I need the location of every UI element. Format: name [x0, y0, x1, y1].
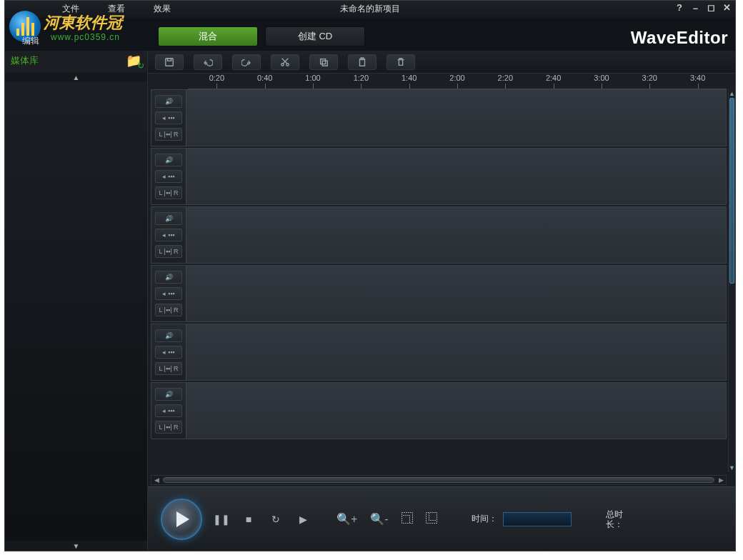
track-lane[interactable]: [186, 149, 726, 204]
scroll-left-icon[interactable]: ◀: [151, 476, 161, 484]
svg-rect-0: [166, 58, 174, 66]
track-lane[interactable]: [186, 207, 726, 263]
pan-chip[interactable]: L |▪▪| R: [155, 362, 182, 375]
main-area: 0:200:401:001:201:402:002:202:403:003:20…: [148, 51, 735, 551]
track-header: 🔊◂ ▪▪▪L |▪▪| R: [151, 207, 186, 263]
sidebar-scroll-up[interactable]: ▲: [5, 72, 147, 82]
logo-url: www.pc0359.cn: [51, 32, 120, 42]
menu-effects[interactable]: 效果: [154, 3, 171, 15]
sidebar: 媒体库 📁 ↻ ▲ ▼: [5, 51, 148, 551]
ruler-label: 0:40: [257, 74, 272, 82]
app-window: 文件 查看 效果 未命名的新项目 ? － ◻ ✕ 河東软件冠 www.pc035…: [4, 0, 736, 551]
mute-button[interactable]: 🔊: [155, 95, 182, 108]
track-header: 🔊◂ ▪▪▪L |▪▪| R: [151, 149, 186, 204]
ruler-label: 1:00: [305, 74, 320, 82]
vertical-scrollbar[interactable]: ▲ ▼: [728, 89, 735, 472]
pan-chip[interactable]: L |▪▪| R: [155, 245, 182, 258]
mute-button[interactable]: 🔊: [155, 271, 182, 284]
horizontal-scrollbar[interactable]: ◀ ▶: [151, 475, 727, 485]
redo-button[interactable]: [232, 54, 261, 70]
volume-chip[interactable]: ◂ ▪▪▪: [155, 111, 182, 124]
pan-chip[interactable]: L |▪▪| R: [155, 421, 182, 434]
minimize-button[interactable]: －: [689, 2, 701, 15]
audio-track[interactable]: 🔊◂ ▪▪▪L |▪▪| R: [151, 89, 727, 146]
volume-chip[interactable]: ◂ ▪▪▪: [155, 287, 182, 300]
volume-chip[interactable]: ◂ ▪▪▪: [155, 404, 182, 417]
edit-toolbar: [148, 51, 735, 74]
maximize-button[interactable]: ◻: [705, 2, 717, 15]
transport-controls: ❚❚ ■ ↻ ▶: [215, 514, 309, 525]
mute-button[interactable]: 🔊: [155, 388, 182, 401]
media-library-title: 媒体库: [11, 54, 39, 67]
scroll-up-icon[interactable]: ▲: [729, 89, 735, 98]
pan-chip[interactable]: L |▪▪| R: [155, 304, 182, 316]
cut-button[interactable]: [271, 54, 299, 70]
volume-chip[interactable]: ◂ ▪▪▪: [155, 346, 182, 359]
ruler-label: 3:40: [690, 74, 705, 82]
play-button[interactable]: [161, 499, 202, 540]
zoom-sel-button[interactable]: ⿹: [402, 512, 413, 526]
pan-chip[interactable]: L |▪▪| R: [155, 186, 182, 199]
stop-button[interactable]: ■: [242, 514, 255, 525]
track-header: 🔊◂ ▪▪▪L |▪▪| R: [151, 266, 186, 321]
mute-button[interactable]: 🔊: [155, 212, 182, 225]
volume-chip[interactable]: ◂ ▪▪▪: [155, 229, 182, 241]
open-folder-button[interactable]: 📁 ↻: [126, 53, 141, 69]
svg-rect-4: [321, 59, 326, 64]
ruler-label: 3:20: [642, 74, 657, 82]
track-lane[interactable]: [186, 90, 726, 146]
audio-track[interactable]: 🔊◂ ▪▪▪L |▪▪| R: [151, 265, 727, 322]
help-button[interactable]: ?: [674, 2, 685, 15]
scroll-thumb[interactable]: [729, 98, 734, 284]
svg-rect-1: [167, 58, 171, 61]
track-header: 🔊◂ ▪▪▪L |▪▪| R: [151, 324, 186, 380]
ruler-label: 0:20: [209, 74, 224, 82]
time-display[interactable]: [503, 512, 572, 526]
audio-track[interactable]: 🔊◂ ▪▪▪L |▪▪| R: [151, 382, 727, 439]
mode-tabs: 混合 创建 CD: [158, 26, 365, 46]
mute-button[interactable]: 🔊: [155, 329, 182, 342]
paste-button[interactable]: [348, 54, 377, 70]
zoom-out-button[interactable]: 🔍-: [370, 512, 388, 526]
zoom-fit-button[interactable]: ⿺: [426, 512, 437, 526]
ruler-label: 2:40: [546, 74, 561, 82]
track-lane[interactable]: [186, 324, 726, 380]
scroll-down-icon[interactable]: ▼: [729, 464, 735, 472]
brand-label: WaveEditor: [631, 28, 728, 48]
total-length-label: 总时 长：: [606, 509, 623, 529]
audio-track[interactable]: 🔊◂ ▪▪▪L |▪▪| R: [151, 206, 727, 264]
sidebar-scroll-down[interactable]: ▼: [5, 541, 147, 551]
audio-track[interactable]: 🔊◂ ▪▪▪L |▪▪| R: [151, 324, 727, 381]
track-area: 🔊◂ ▪▪▪L |▪▪| R🔊◂ ▪▪▪L |▪▪| R🔊◂ ▪▪▪L |▪▪|…: [151, 89, 727, 472]
close-button[interactable]: ✕: [721, 2, 732, 15]
ruler-label: 3:00: [594, 74, 609, 82]
copy-button[interactable]: [309, 54, 338, 70]
volume-chip[interactable]: ◂ ▪▪▪: [155, 170, 182, 183]
delete-button[interactable]: [387, 54, 415, 70]
loop-button[interactable]: ↻: [269, 514, 282, 525]
tab-create-cd[interactable]: 创建 CD: [265, 26, 365, 46]
pan-chip[interactable]: L |▪▪| R: [155, 128, 182, 141]
scroll-right-icon[interactable]: ▶: [716, 476, 726, 484]
track-lane[interactable]: [186, 383, 726, 439]
pause-button[interactable]: ❚❚: [215, 514, 228, 525]
next-button[interactable]: ▶: [296, 514, 309, 525]
import-arrow-icon: ↻: [137, 61, 144, 71]
svg-point-2: [281, 63, 284, 66]
undo-button[interactable]: [194, 54, 222, 70]
ruler-label: 2:20: [498, 74, 513, 82]
time-label: 时间：: [472, 513, 497, 525]
svg-point-3: [286, 63, 289, 66]
hscroll-thumb[interactable]: [163, 477, 714, 483]
menu-edit[interactable]: 编辑: [22, 35, 39, 47]
audio-track[interactable]: 🔊◂ ▪▪▪L |▪▪| R: [151, 148, 727, 205]
tab-mix[interactable]: 混合: [158, 26, 258, 46]
transport-bar: ❚❚ ■ ↻ ▶ 🔍+ 🔍- ⿹ ⿺ 时间： 总时 长：: [148, 486, 735, 551]
svg-rect-5: [322, 61, 327, 66]
mute-button[interactable]: 🔊: [155, 154, 182, 166]
save-button[interactable]: [155, 54, 184, 70]
zoom-in-button[interactable]: 🔍+: [336, 512, 357, 526]
timeline-ruler[interactable]: 0:200:401:001:201:402:002:202:403:003:20…: [188, 74, 727, 89]
zoom-controls: 🔍+ 🔍- ⿹ ⿺: [336, 512, 437, 526]
track-lane[interactable]: [186, 266, 726, 321]
